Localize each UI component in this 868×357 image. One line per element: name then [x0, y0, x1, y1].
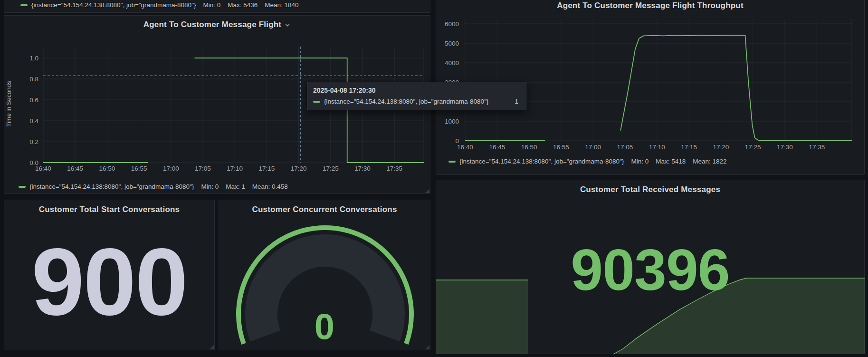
svg-text:16:55: 16:55	[553, 144, 569, 151]
svg-text:17:15: 17:15	[259, 165, 275, 172]
panel-title[interactable]: Customer Total Start Conversations	[39, 205, 180, 214]
tooltip-series-label: {instance="54.154.24.138:8080", job="gra…	[324, 98, 488, 105]
legend-mean: Mean: 0.458	[252, 183, 288, 190]
svg-text:5000: 5000	[445, 40, 459, 47]
svg-text:17:05: 17:05	[195, 165, 211, 172]
series-color-swatch	[448, 161, 456, 163]
legend-min: Min: 0	[201, 183, 219, 190]
svg-text:16:50: 16:50	[99, 165, 115, 172]
series-label[interactable]: {instance="54.154.24.138:8080", job="gra…	[31, 1, 196, 9]
stat-value: 900	[4, 234, 214, 329]
svg-text:17:00: 17:00	[163, 165, 179, 172]
legend-mean: Mean: 1840	[265, 1, 298, 9]
tooltip-timestamp: 2025-04-08 17:20:30	[313, 87, 520, 94]
svg-text:17:05: 17:05	[617, 144, 633, 151]
svg-text:16:50: 16:50	[521, 144, 537, 151]
series-color-swatch	[19, 186, 26, 188]
panel-header[interactable]: Customer Total Received Messages	[436, 185, 864, 194]
svg-text:16:40: 16:40	[457, 144, 473, 151]
svg-text:4000: 4000	[445, 59, 459, 67]
svg-text:0.6: 0.6	[29, 96, 38, 104]
svg-text:17:35: 17:35	[386, 165, 402, 172]
legend-min: Min: 0	[203, 1, 220, 9]
tooltip-value: 1	[515, 98, 520, 105]
panel-header[interactable]: Customer Total Start Conversations	[4, 205, 214, 214]
series-label[interactable]: {instance="54.154.24.138:8080", job="gra…	[29, 183, 194, 190]
legend-max: Max: 5418	[656, 158, 686, 165]
panel-concurrent-conversations: Customer Concurrent Conversations 0	[219, 200, 430, 350]
svg-text:0.4: 0.4	[29, 117, 38, 125]
svg-text:17:20: 17:20	[713, 144, 729, 151]
svg-text:16:55: 16:55	[131, 165, 147, 172]
panel-resize-handle[interactable]	[425, 345, 429, 349]
series-color-swatch	[313, 101, 320, 103]
svg-text:1000: 1000	[445, 118, 459, 125]
svg-text:16:45: 16:45	[67, 165, 83, 172]
panel-resize-handle[interactable]	[210, 345, 214, 349]
svg-text:16:40: 16:40	[35, 165, 51, 172]
legend-min: Min: 0	[631, 158, 649, 165]
svg-text:17:35: 17:35	[809, 144, 825, 151]
series-color-swatch	[20, 4, 28, 6]
svg-text:0.8: 0.8	[29, 76, 38, 83]
panel-total-start-conversations: Customer Total Start Conversations 900	[4, 200, 215, 350]
svg-text:0.2: 0.2	[29, 138, 38, 145]
svg-text:17:15: 17:15	[681, 144, 697, 151]
legend-row[interactable]: {instance="54.154.24.138:8080", job="gra…	[19, 183, 288, 190]
svg-text:17:20: 17:20	[291, 165, 307, 172]
svg-text:17:10: 17:10	[227, 165, 243, 172]
svg-text:17:30: 17:30	[354, 165, 371, 172]
svg-text:17:30: 17:30	[777, 144, 793, 151]
svg-text:17:10: 17:10	[649, 144, 665, 151]
panel-resize-handle[interactable]	[425, 189, 429, 193]
gauge-value: 0	[219, 309, 430, 345]
svg-text:16:45: 16:45	[489, 144, 505, 151]
chart-tooltip: 2025-04-08 17:20:30 {instance="54.154.24…	[307, 82, 526, 110]
legend-max: Max: 1	[226, 183, 245, 190]
legend-max: Max: 5436	[228, 1, 258, 9]
grafana-dashboard: {instance="54.154.24.138:8080", job="gra…	[0, 0, 868, 357]
panel-total-received-messages: Customer Total Received Messages 90396	[436, 180, 865, 354]
svg-text:17:00: 17:00	[585, 144, 601, 151]
legend-row[interactable]: {instance="54.154.24.138:8080", job="gra…	[20, 1, 299, 9]
stat-value: 90396	[436, 241, 864, 299]
svg-text:6000: 6000	[445, 20, 459, 28]
panel-title[interactable]: Customer Total Received Messages	[580, 185, 720, 194]
svg-text:17:25: 17:25	[323, 165, 339, 172]
legend-row[interactable]: {instance="54.154.24.138:8080", job="gra…	[448, 158, 727, 165]
legend-mean: Mean: 1822	[693, 158, 726, 165]
svg-text:1.0: 1.0	[29, 55, 38, 62]
series-label[interactable]: {instance="54.154.24.138:8080", job="gra…	[459, 158, 624, 165]
panel-flight-previous: {instance="54.154.24.138:8080", job="gra…	[4, 0, 430, 13]
svg-text:17:25: 17:25	[745, 144, 761, 151]
